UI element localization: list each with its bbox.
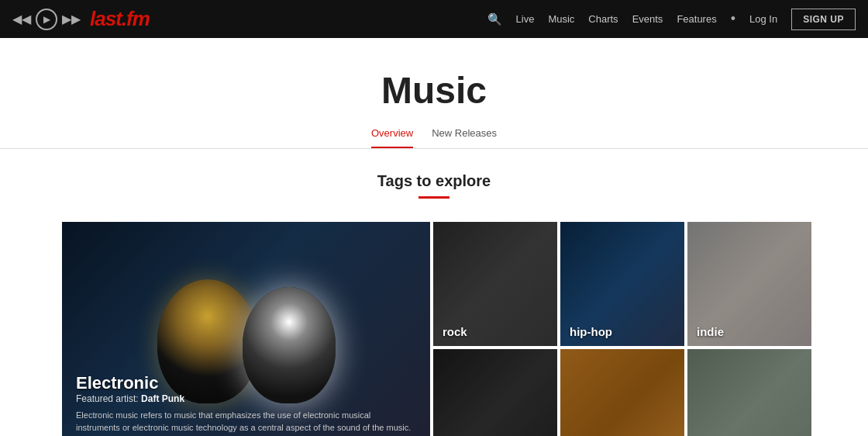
- tag-label-rock: rock: [433, 317, 477, 346]
- tag-card-indie[interactable]: indie: [687, 222, 811, 346]
- login-link[interactable]: Log In: [749, 13, 777, 25]
- tag-card-rock[interactable]: rock: [433, 222, 557, 346]
- tag-card-jazz[interactable]: jazz: [433, 349, 557, 436]
- prev-button[interactable]: ◀◀: [12, 13, 31, 26]
- tag-overlay-reggae: [560, 349, 684, 436]
- featured-content: Electronic Featured artist: Daft Punk El…: [62, 359, 430, 437]
- main-navigation: ◀◀ ▶ ▶▶ last.fm 🔍 Live Music Charts Even…: [0, 0, 868, 38]
- tag-label-indie: indie: [687, 317, 733, 346]
- nav-link-events[interactable]: Events: [632, 13, 663, 25]
- featured-tag-name: Electronic: [76, 373, 416, 393]
- page-header: Music: [0, 38, 868, 127]
- play-button[interactable]: ▶: [36, 9, 57, 30]
- nav-link-features[interactable]: Features: [677, 13, 716, 25]
- tag-card-electronic[interactable]: Electronic Featured artist: Daft Punk El…: [62, 222, 430, 436]
- heading-underline: [418, 196, 450, 199]
- more-icon[interactable]: •: [731, 11, 735, 27]
- featured-desc: Electronic music refers to music that em…: [76, 409, 416, 437]
- tab-overview[interactable]: Overview: [371, 127, 413, 148]
- page-tabs: Overview New Releases: [0, 127, 868, 149]
- tag-overlay-british: [687, 349, 811, 436]
- featured-label: Featured artist: Daft Punk: [76, 393, 416, 404]
- tags-grid: Electronic Featured artist: Daft Punk El…: [46, 222, 822, 436]
- nav-link-music[interactable]: Music: [548, 13, 574, 25]
- section-heading: Tags to explore: [0, 149, 868, 206]
- tab-new-releases[interactable]: New Releases: [432, 127, 497, 148]
- signup-button[interactable]: SIGN UP: [791, 9, 856, 30]
- featured-artist: Daft Punk: [141, 393, 184, 404]
- tag-card-reggae[interactable]: reggae: [560, 349, 684, 436]
- logo[interactable]: last.fm: [90, 7, 150, 31]
- tag-card-british[interactable]: british: [687, 349, 811, 436]
- player-controls: ◀◀ ▶ ▶▶: [12, 9, 81, 30]
- search-icon[interactable]: 🔍: [487, 12, 502, 26]
- next-button[interactable]: ▶▶: [62, 13, 81, 26]
- nav-right: 🔍 Live Music Charts Events Features • Lo…: [487, 9, 856, 30]
- nav-link-live[interactable]: Live: [516, 13, 535, 25]
- section-title: Tags to explore: [0, 172, 868, 190]
- page-title: Music: [0, 69, 868, 112]
- nav-link-charts[interactable]: Charts: [588, 13, 618, 25]
- nav-left: ◀◀ ▶ ▶▶ last.fm: [12, 7, 150, 31]
- tag-overlay-jazz: [433, 349, 557, 436]
- tag-label-hiphop: hip-hop: [560, 317, 622, 346]
- tag-card-hiphop[interactable]: hip-hop: [560, 222, 684, 346]
